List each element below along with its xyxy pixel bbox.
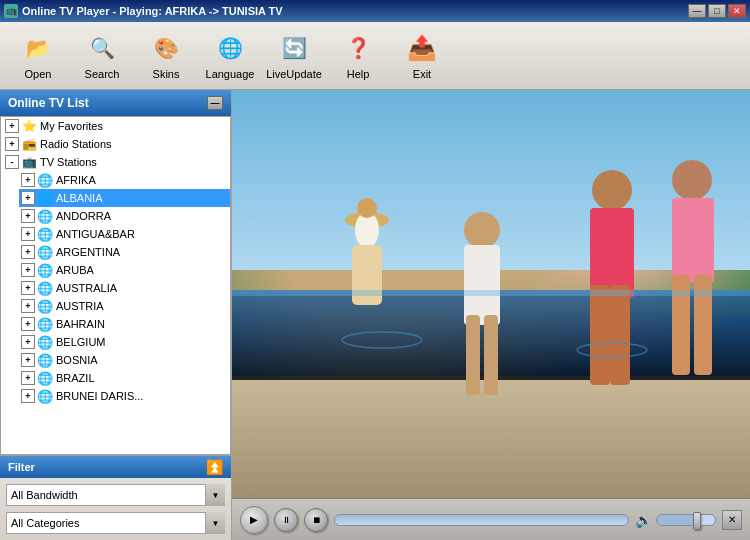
filter-collapse-button[interactable]: ⏫ [206,459,223,475]
expand-australia[interactable]: + [21,281,35,295]
play-icon: ▶ [250,514,258,525]
tree-item-brunei[interactable]: + 🌐 BRUNEI DARIS... [19,387,230,405]
svg-point-14 [592,170,632,210]
app-icon: 📺 [4,4,18,18]
close-button[interactable]: ✕ [728,4,746,18]
expand-belgium[interactable]: + [21,335,35,349]
stop-button[interactable]: ⏹ [304,508,328,532]
tree-item-aruba[interactable]: + 🌐 ARUBA [19,261,230,279]
exit-button[interactable]: 📤 Exit [392,27,452,85]
liveupdate-button[interactable]: 🔄 LiveUpdate [264,27,324,85]
tree-view[interactable]: + ⭐ My Favorites + 📻 Radio Stations - 📺 … [0,116,231,455]
filter-body: All Bandwidth Low Medium High ▼ All Cate… [0,478,231,540]
expand-brazil[interactable]: + [21,371,35,385]
tree-item-bahrain[interactable]: + 🌐 BAHRAIN [19,315,230,333]
expand-favorites[interactable]: + [5,119,19,133]
bosnia-label: BOSNIA [56,354,98,366]
language-button[interactable]: 🌐 Language [200,27,260,85]
play-button[interactable]: ▶ [240,506,268,534]
tree-item-brazil[interactable]: + 🌐 BRAZIL [19,369,230,387]
albania-icon: 🌐 [37,190,53,206]
volume-icon: 🔊 [635,512,652,528]
svg-rect-15 [590,208,634,298]
afrika-label: AFRIKA [56,174,96,186]
expand-albania[interactable]: + [21,191,35,205]
aruba-label: ARUBA [56,264,94,276]
tree-item-andorra[interactable]: + 🌐 ANDORRA [19,207,230,225]
expand-andorra[interactable]: + [21,209,35,223]
skins-label: Skins [153,68,180,80]
tree-item-bosnia[interactable]: + 🌐 BOSNIA [19,351,230,369]
filter-title: Filter [8,461,35,473]
sidebar-close-button[interactable]: — [207,96,223,110]
maximize-button[interactable]: □ [708,4,726,18]
liveupdate-label: LiveUpdate [266,68,322,80]
sidebar: Online TV List — + ⭐ My Favorites + 📻 Ra… [0,90,232,540]
categories-select[interactable]: All Categories News Sports Entertainment… [6,512,225,534]
expand-bahrain[interactable]: + [21,317,35,331]
expand-antigua[interactable]: + [21,227,35,241]
expand-aruba[interactable]: + [21,263,35,277]
close-player-icon: ✕ [728,514,736,525]
tree-item-belgium[interactable]: + 🌐 BELGIUM [19,333,230,351]
expand-radio[interactable]: + [5,137,19,151]
minimize-button[interactable]: — [688,4,706,18]
player-controls: ▶ ⏸ ⏹ 🔊 ✕ [232,498,750,540]
volume-thumb[interactable] [693,512,701,530]
filter-area: Filter ⏫ All Bandwidth Low Medium High ▼… [0,455,231,540]
search-button[interactable]: 🔍 Search [72,27,132,85]
tree-item-australia[interactable]: + 🌐 AUSTRALIA [19,279,230,297]
bahrain-label: BAHRAIN [56,318,105,330]
help-button[interactable]: ❓ Help [328,27,388,85]
video-frame [232,90,750,498]
volume-slider[interactable] [656,514,716,526]
title-bar-left: 📺 Online TV Player - Playing: AFRIKA -> … [4,4,283,18]
liveupdate-icon: 🔄 [278,32,310,64]
svg-rect-17 [610,285,630,385]
favorites-label: My Favorites [40,120,103,132]
tree-item-radio[interactable]: + 📻 Radio Stations [3,135,230,153]
pause-icon: ⏸ [282,515,291,525]
svg-point-18 [672,160,712,200]
expand-afrika[interactable]: + [21,173,35,187]
video-scene [232,90,750,498]
svg-rect-19 [672,198,714,283]
mute-button[interactable]: ✕ [722,510,742,530]
svg-rect-12 [466,315,480,395]
tree-item-favorites[interactable]: + ⭐ My Favorites [3,117,230,135]
tree-item-tvstations[interactable]: - 📺 TV Stations [3,153,230,171]
video-content [232,90,750,498]
australia-icon: 🌐 [37,280,53,296]
tree-item-albania[interactable]: + 🌐 ALBANIA [19,189,230,207]
progress-bar[interactable] [334,514,629,526]
tree-item-argentina[interactable]: + 🌐 ARGENTINA [19,243,230,261]
tree-item-antigua[interactable]: + 🌐 ANTIGUA&BAR [19,225,230,243]
expand-tvstations[interactable]: - [5,155,19,169]
expand-brunei[interactable]: + [21,389,35,403]
title-bar: 📺 Online TV Player - Playing: AFRIKA -> … [0,0,750,22]
main-content: Online TV List — + ⭐ My Favorites + 📻 Ra… [0,90,750,540]
bahrain-icon: 🌐 [37,316,53,332]
tree-item-austria[interactable]: + 🌐 AUSTRIA [19,297,230,315]
sidebar-header: Online TV List — [0,90,231,116]
tv-stations-icon: 📺 [21,154,37,170]
albania-label: ALBANIA [56,192,102,204]
argentina-label: ARGENTINA [56,246,120,258]
svg-point-10 [464,212,500,248]
brazil-icon: 🌐 [37,370,53,386]
argentina-icon: 🌐 [37,244,53,260]
pause-button[interactable]: ⏸ [274,508,298,532]
skins-button[interactable]: 🎨 Skins [136,27,196,85]
belgium-label: BELGIUM [56,336,106,348]
expand-austria[interactable]: + [21,299,35,313]
brunei-icon: 🌐 [37,388,53,404]
antigua-label: ANTIGUA&BAR [56,228,135,240]
expand-bosnia[interactable]: + [21,353,35,367]
bandwidth-select[interactable]: All Bandwidth Low Medium High [6,484,225,506]
search-icon: 🔍 [86,32,118,64]
open-button[interactable]: 📂 Open [8,27,68,85]
stop-icon: ⏹ [312,515,321,525]
help-icon: ❓ [342,32,374,64]
tree-item-afrika[interactable]: + 🌐 AFRIKA [19,171,230,189]
expand-argentina[interactable]: + [21,245,35,259]
